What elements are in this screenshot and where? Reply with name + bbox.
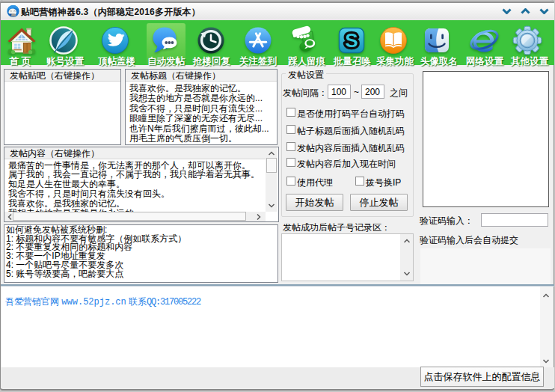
svg-text:S: S <box>345 29 358 52</box>
